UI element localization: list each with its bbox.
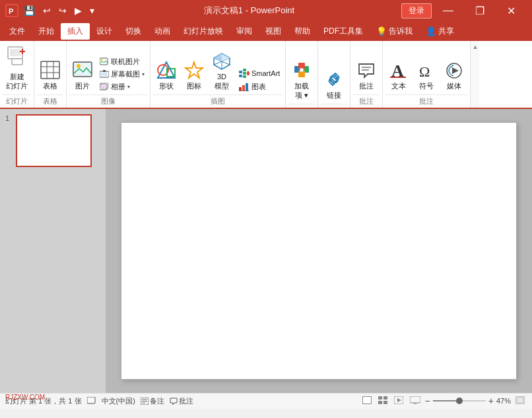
svg-text:+: + <box>108 57 109 61</box>
ribbon-btn-media[interactable]: 媒体 <box>441 60 467 93</box>
comments-icon <box>170 398 178 405</box>
ribbon-group-slides-body: 新建幻灯片 <box>3 44 31 93</box>
menu-transition[interactable]: 切换 <box>119 23 148 40</box>
media-label: 媒体 <box>447 81 461 91</box>
menu-animation[interactable]: 动画 <box>148 23 177 40</box>
online-pic-label: 联机图片 <box>111 57 140 67</box>
menu-help[interactable]: 帮助 <box>288 23 317 40</box>
slide-thumbnail-1[interactable] <box>16 114 92 167</box>
slide-canvas[interactable] <box>121 122 517 380</box>
new-slide-icon <box>7 46 28 70</box>
status-notes[interactable]: 备注 <box>141 396 164 406</box>
zoom-out-btn[interactable]: − <box>425 396 430 406</box>
slide-panel: 1 <box>0 109 106 393</box>
ribbon-btn-table[interactable]: 表格 <box>37 59 63 93</box>
main-area: 1 <box>0 109 532 393</box>
ribbon-btn-picture[interactable]: 图片 <box>69 59 96 93</box>
svg-rect-39 <box>239 87 242 91</box>
album-chevron: ▾ <box>127 84 130 90</box>
ribbon-collapse-btn[interactable]: ▲ <box>470 41 479 108</box>
minimize-button[interactable]: — <box>433 0 463 21</box>
quick-access-save[interactable]: 💾 <box>21 4 38 17</box>
group-comment-label: 批注 <box>353 94 380 108</box>
ribbon-btn-text[interactable]: A 文本 <box>385 60 412 93</box>
menu-share[interactable]: 👤共享 <box>419 23 461 40</box>
svg-rect-4 <box>12 59 22 65</box>
ribbon-btn-shapes[interactable]: 形状 <box>153 59 180 93</box>
album-icon <box>100 83 109 90</box>
ribbon-btn-icons[interactable]: 图标 <box>181 59 207 93</box>
zoom-level[interactable]: 47% <box>496 397 511 405</box>
ribbon-group-illustrations-body: 形状 图标 3D模型 <box>153 44 283 93</box>
svg-text:Ω: Ω <box>419 63 430 79</box>
quick-access-redo[interactable]: ↪ <box>56 4 69 17</box>
smartart-chart-col: SmartArt 图表 <box>236 65 283 93</box>
svg-rect-18 <box>101 73 108 76</box>
view-normal[interactable] <box>360 396 374 406</box>
menu-tell[interactable]: 💡告诉我 <box>370 23 419 40</box>
link-icon <box>325 70 343 88</box>
view-present[interactable] <box>408 396 422 406</box>
title-bar-left: P 💾 ↩ ↪ ▶ ▾ <box>5 4 97 17</box>
title-bar-title: 演示文稿1 - PowerPoint <box>204 5 294 17</box>
quick-access-present[interactable]: ▶ <box>72 4 84 17</box>
smartart-label: SmartArt <box>251 69 280 77</box>
watermark: RJZXW.COM <box>5 394 45 401</box>
svg-marker-67 <box>397 398 401 402</box>
group-illustrations-label: 插图 <box>153 94 283 108</box>
slide-icon <box>87 397 96 405</box>
zoom-thumb[interactable] <box>456 398 463 404</box>
ribbon-group-image: 图片 + 联机图片 <box>67 41 150 108</box>
menu-start[interactable]: 开始 <box>32 23 61 40</box>
view-reading[interactable] <box>392 396 405 406</box>
ribbon-btn-screenshot[interactable]: 屏幕截图 ▾ <box>97 68 147 81</box>
restore-button[interactable]: ❐ <box>465 0 495 21</box>
text-label: 文本 <box>391 81 406 91</box>
menu-slideshow[interactable]: 幻灯片放映 <box>177 23 230 40</box>
canvas-area <box>106 109 532 393</box>
menu-insert[interactable]: 插入 <box>61 23 90 40</box>
comment-label: 批注 <box>359 81 374 91</box>
status-comments[interactable]: 批注 <box>170 396 193 406</box>
svg-rect-72 <box>517 398 523 403</box>
close-button[interactable]: ✕ <box>496 0 527 21</box>
menu-review[interactable]: 审阅 <box>230 23 259 40</box>
ribbon-btn-chart[interactable]: 图表 <box>236 81 283 93</box>
fit-slide-icon <box>515 396 525 404</box>
quick-access-undo[interactable]: ↩ <box>40 4 53 17</box>
ribbon: 新建幻灯片 幻灯片 表格 表格 <box>0 41 532 109</box>
view-reading-icon <box>394 396 403 404</box>
ribbon-btn-link[interactable]: 链接 <box>321 68 347 102</box>
quick-access-dropdown[interactable]: ▾ <box>87 4 97 17</box>
menu-view[interactable]: 视图 <box>259 23 288 40</box>
svg-rect-35 <box>243 69 246 71</box>
status-bar-right: − + 47% <box>360 396 527 406</box>
zoom-slider-container[interactable] <box>433 397 486 405</box>
svg-marker-26 <box>185 62 203 78</box>
ribbon-btn-smartart[interactable]: SmartArt <box>236 67 283 79</box>
fit-slide-btn[interactable] <box>514 396 527 406</box>
ribbon-btn-album[interactable]: 相册 ▾ <box>97 81 147 93</box>
screenshot-chevron: ▾ <box>142 71 145 77</box>
svg-rect-37 <box>243 75 246 78</box>
login-button[interactable]: 登录 <box>401 3 432 18</box>
ribbon-btn-new-slide[interactable]: 新建幻灯片 <box>3 44 31 93</box>
view-grid[interactable] <box>376 396 389 406</box>
zoom-in-btn[interactable]: + <box>488 396 494 406</box>
menu-pdf[interactable]: PDF工具集 <box>317 23 370 40</box>
view-normal-icon <box>362 396 372 404</box>
ribbon-btn-3dmodel[interactable]: 3D模型 <box>209 50 235 93</box>
menu-file[interactable]: 文件 <box>3 23 32 40</box>
ribbon-btn-symbols[interactable]: Ω 符号 <box>413 60 440 93</box>
svg-text:P: P <box>9 7 13 15</box>
3dmodel-icon <box>212 52 232 70</box>
ribbon-btn-online-pic[interactable]: + 联机图片 <box>97 55 147 68</box>
svg-marker-31 <box>222 53 230 61</box>
addins-label: 加载项 ▾ <box>294 81 309 100</box>
svg-marker-32 <box>214 53 222 61</box>
ribbon-btn-comment[interactable]: 批注 <box>353 59 380 93</box>
ribbon-btn-addins[interactable]: 加载项 ▾ <box>288 59 315 102</box>
ribbon-group-comments: 批注 批注 <box>350 41 383 108</box>
menu-design[interactable]: 设计 <box>90 23 119 40</box>
svg-rect-62 <box>378 396 382 400</box>
